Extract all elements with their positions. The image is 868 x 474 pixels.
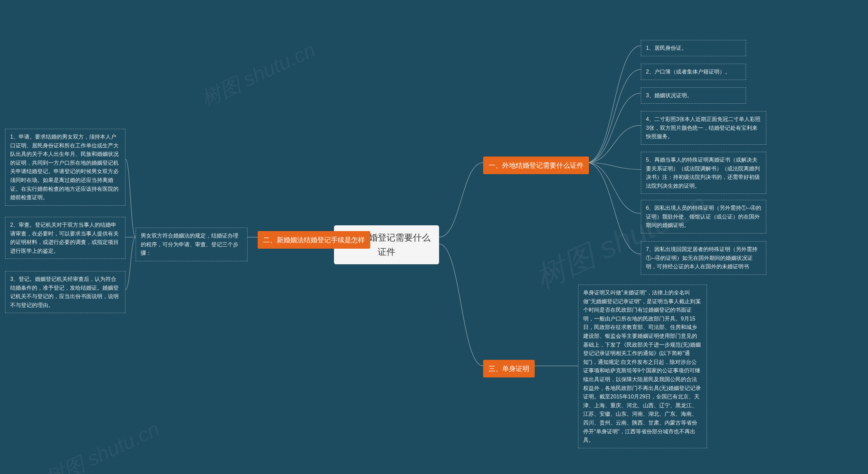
branch-3: 三、单身证明 <box>483 360 535 377</box>
branch-1-item: 1、居民身份证。 <box>641 40 746 56</box>
branch-1-item: 5、再婚当事人的特殊证明离婚证书（或解决夫妻关系证明）（或法院调解书）（或法院离… <box>641 152 766 194</box>
branch-1: 一、外地结婚登记需要什么证件 <box>483 157 589 174</box>
branch-3-text: 单身证明又叫做"未婚证明"，法律上的全名叫做"无婚姻登记记录证明"，是证明当事人… <box>578 285 707 448</box>
branch-2-step-3: 3、登记。婚姻登记机关经审查后，认为符合结婚条件的，准予登记，发给结婚证。婚姻登… <box>5 271 125 313</box>
branch-1-item: 7、因私出境回国定居者的特殊证明（另外需持①--④的证明）如无在国外期间的婚姻状… <box>641 241 766 275</box>
watermark: 树图 shutu.cn <box>197 36 320 113</box>
branch-1-item: 6、因私出境人员的特殊证明（另外需持①--④的证明）我驻外使、领馆认证（或公证）… <box>641 200 766 233</box>
branch-2-step-1: 1、申请。要求结婚的男女双方，须持本人户口证明、居民身份证和所在工作单位或生产大… <box>5 129 125 206</box>
branch-2-intro: 男女双方符合婚姻法的规定，结婚证办理的程序，可分为申请、审查、登记三个步骤： <box>136 228 248 261</box>
branch-1-item: 2、户口簿（或者集体户籍证明）。 <box>641 64 746 80</box>
branch-2-step-2: 2、审查。登记机关对于双方当事人的结婚申请审查，在必要时，可以要求当事人提供有关… <box>5 217 125 259</box>
branch-2: 二、新婚姻法结婚登记手续是怎样 <box>258 231 370 249</box>
branch-1-item: 4、二寸彩照3张本人近期正面免冠二寸单人彩照3张，双方照片颜色统一，结婚登记处有… <box>641 111 766 145</box>
watermark: 树图 shutu.cn <box>41 416 164 474</box>
branch-1-item: 3、婚姻状况证明。 <box>641 87 746 104</box>
